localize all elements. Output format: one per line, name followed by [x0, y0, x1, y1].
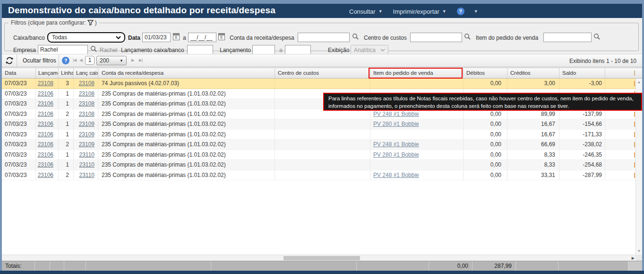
- lanc-caixa-link[interactable]: 23109: [79, 121, 94, 127]
- date-to-input[interactable]: [188, 33, 216, 42]
- menu-bar: Consultar ▼ Imprimir/exportar ▼ ? ▼: [349, 8, 478, 15]
- table-row[interactable]: 07/03/232310832310874 Juros passivos (4.…: [2, 79, 635, 89]
- lanc-caixa-link[interactable]: 23110: [79, 151, 94, 158]
- date-from-input[interactable]: [142, 33, 171, 42]
- cell-saldo: -246,35: [559, 150, 605, 160]
- cell-lancamento: 23106: [36, 170, 59, 180]
- cell-lancamento: 23106: [36, 150, 59, 160]
- lanc-caixa-link[interactable]: 23109: [79, 141, 94, 148]
- table-row[interactable]: 07/03/2323106223110235 Compras de matéri…: [2, 170, 635, 181]
- pedido-venda-link[interactable]: PV 248 #1 Bobbie: [373, 111, 419, 117]
- pager-last-button[interactable]: ▶|: [139, 58, 142, 62]
- lancamento-link[interactable]: 23106: [38, 151, 53, 158]
- cell-lanc-caixa: 23110: [74, 150, 98, 160]
- lanc-caixa-link[interactable]: 23108: [79, 90, 94, 97]
- table-row[interactable]: 07/03/2323106223109235 Compras de matéri…: [2, 140, 635, 150]
- cell-data: 07/03/23: [2, 150, 36, 160]
- pedido-venda-link[interactable]: PV 280 #1 Bobbie: [373, 151, 419, 158]
- horizontal-scrollbar-thumb[interactable]: [283, 256, 360, 260]
- calendar-icon[interactable]: [218, 33, 225, 40]
- table-row[interactable]: 07/03/2323106123109235 Compras de matéri…: [2, 130, 635, 140]
- page-number-input[interactable]: 1: [85, 56, 94, 65]
- refresh-button[interactable]: [5, 56, 14, 65]
- column-header-creditos[interactable]: Créditos: [507, 68, 559, 78]
- lancamento-link[interactable]: 23106: [38, 161, 53, 168]
- lanc-caixa-banco-input[interactable]: [187, 45, 213, 54]
- totals-label: Totais:: [2, 261, 35, 271]
- column-header-conta[interactable]: Conta da receita/despesa: [98, 68, 275, 78]
- scroll-up-icon[interactable]: ▲: [636, 79, 642, 86]
- scroll-down-icon[interactable]: ▼: [636, 247, 642, 255]
- column-header-item-pedido[interactable]: Item do pedido de venda: [370, 68, 464, 78]
- cell-saldo: -238,02: [559, 140, 605, 150]
- cell-item-pedido: PV 280 #1 Bobbie: [370, 150, 464, 160]
- filter-funnel-icon[interactable]: [87, 20, 94, 26]
- cell-lancamento: 23106: [36, 99, 59, 109]
- lanc-caixa-link[interactable]: 23109: [79, 131, 94, 138]
- pager-prev-button[interactable]: ◀: [79, 58, 82, 62]
- caixa-banco-select[interactable]: Todas: [47, 32, 125, 43]
- conta-input[interactable]: [298, 33, 350, 42]
- lanc-caixa-link[interactable]: 23110: [79, 172, 94, 178]
- cell-conta: 74 Juros passivos (4.02.07.03): [98, 79, 275, 88]
- pager-next-button[interactable]: ▶: [131, 58, 134, 62]
- content-area: Filtros (clique para configurar: ) Caixa…: [2, 18, 642, 271]
- item-pedido-input[interactable]: [543, 33, 592, 42]
- empresa-input[interactable]: [38, 45, 88, 54]
- lancamento-link[interactable]: 23106: [38, 131, 53, 138]
- table-row[interactable]: 07/03/2323106123109235 Compras de matéri…: [2, 119, 635, 130]
- menu-consultar[interactable]: Consultar ▼: [349, 8, 383, 15]
- pedido-venda-link[interactable]: PV 248 #1 Bobbie: [373, 141, 419, 148]
- cell-creditos: 16,67: [507, 119, 559, 129]
- column-header-saldo[interactable]: Saldo: [559, 68, 605, 78]
- lancamento-link[interactable]: 23106: [38, 121, 53, 127]
- cell-conta: 235 Compras de matérias-primas (1.01.03.…: [98, 140, 275, 150]
- page-size-select[interactable]: 200 ▼: [96, 56, 127, 65]
- scroll-right-icon[interactable]: ▶: [632, 256, 635, 261]
- help-icon[interactable]: ?: [62, 57, 69, 64]
- lancamento-link[interactable]: 23106: [38, 172, 53, 178]
- pager-first-button[interactable]: |◀: [73, 58, 76, 62]
- hide-filters-button[interactable]: Ocultar filtros: [17, 54, 62, 67]
- lanc-caixa-link[interactable]: 23108: [79, 111, 94, 117]
- pedido-venda-link[interactable]: PV 280 #1 Bobbie: [373, 121, 419, 127]
- clipped-text-marker: [634, 112, 635, 117]
- cell-lanc-caixa: 23110: [74, 170, 98, 180]
- horizontal-scrollbar[interactable]: ▶: [2, 255, 635, 261]
- table-row[interactable]: 07/03/2323106123110235 Compras de matéri…: [2, 160, 635, 170]
- empresa-hint: Rachel: [100, 45, 117, 55]
- cell-lancamento: 23106: [36, 119, 59, 129]
- lancamento-link[interactable]: 23108: [38, 80, 53, 87]
- lancamento-link[interactable]: 23106: [38, 90, 53, 97]
- lancamento-link[interactable]: 23106: [38, 111, 53, 117]
- search-icon[interactable]: [90, 45, 98, 53]
- lancamento-link[interactable]: 23106: [38, 141, 53, 148]
- column-header-debitos[interactable]: Débitos: [464, 68, 507, 78]
- lancamento-link[interactable]: 23106: [38, 100, 53, 107]
- chevron-down-icon[interactable]: ▼: [474, 9, 478, 14]
- calendar-icon[interactable]: [173, 33, 180, 40]
- lanc-caixa-link[interactable]: 23108: [79, 100, 94, 107]
- column-header-lancamento[interactable]: Lançamento: [36, 68, 59, 78]
- centro-custos-input[interactable]: [410, 33, 462, 42]
- search-icon[interactable]: [593, 33, 601, 41]
- column-header-linha[interactable]: Linha: [59, 68, 74, 78]
- column-header-data[interactable]: Data: [2, 68, 36, 78]
- cell-linha: 2: [59, 140, 74, 150]
- lanc-caixa-link[interactable]: 23110: [79, 161, 94, 168]
- cell-lanc-caixa: 23109: [74, 119, 98, 129]
- search-icon[interactable]: [464, 33, 472, 41]
- menu-imprimir-exportar[interactable]: Imprimir/exportar ▼: [393, 8, 447, 15]
- cell-item-pedido: [370, 130, 464, 140]
- cell-debitos: 0,00: [464, 119, 507, 129]
- lanc-caixa-link[interactable]: 23108: [79, 80, 94, 87]
- table-row[interactable]: 07/03/2323106123110235 Compras de matéri…: [2, 150, 635, 160]
- column-header-centro[interactable]: Centro de custos: [275, 68, 370, 78]
- search-icon[interactable]: [352, 33, 360, 41]
- lancamento-to-input[interactable]: [285, 45, 311, 54]
- lancamento-from-input[interactable]: [252, 45, 275, 54]
- menu-consultar-label: Consultar: [349, 8, 376, 15]
- pedido-venda-link[interactable]: PV 248 #1 Bobbie: [373, 172, 419, 178]
- help-icon[interactable]: ?: [457, 8, 464, 15]
- column-header-lanc-caixa[interactable]: Lanç caixa: [74, 68, 98, 78]
